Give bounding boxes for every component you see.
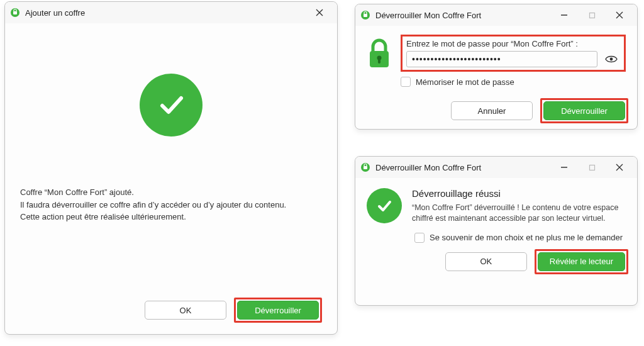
- message-text: Coffre “Mon Coffre Fort” ajouté. Il faud…: [20, 187, 322, 223]
- highlight-box: Déverrouiller: [540, 98, 628, 123]
- reveal-password-icon[interactable]: [602, 51, 620, 67]
- window-controls: [552, 159, 632, 176]
- ok-button[interactable]: OK: [145, 301, 226, 320]
- window-controls: [307, 4, 332, 21]
- dialog-title: Déverrouiller Mon Coffre Fort: [375, 11, 552, 20]
- dialog-content: Déverrouillage réussi “Mon Coffre Fort” …: [355, 178, 637, 224]
- close-icon[interactable]: [607, 159, 632, 176]
- button-row: OK Révéler le lecteur: [355, 249, 637, 282]
- msg-line: Il faudra déverrouiller ce coffre afin d…: [20, 199, 322, 211]
- close-icon[interactable]: [307, 4, 332, 21]
- highlight-box: Entrez le mot de passe pour “Mon Coffre …: [401, 35, 626, 72]
- success-heading: Déverrouillage réussi: [412, 188, 626, 199]
- msg-line: Coffre “Mon Coffre Fort” ajouté.: [20, 187, 322, 198]
- svg-rect-7: [378, 59, 380, 64]
- minimize-icon[interactable]: [552, 6, 577, 24]
- dialog-title: Déverrouiller Mon Coffre Fort: [375, 163, 552, 172]
- password-input[interactable]: ••••••••••••••••••••••••: [406, 51, 597, 67]
- highlight-box: Déverrouiller: [234, 298, 322, 323]
- msg-line: Cette action peut être réalisée ultérieu…: [20, 211, 322, 223]
- password-label: Entrez le mot de passe pour “Mon Coffre …: [406, 39, 620, 48]
- password-section: Entrez le mot de passe pour “Mon Coffre …: [401, 35, 626, 87]
- reveal-drive-button[interactable]: Révéler le lecteur: [538, 252, 625, 271]
- button-row: Annuler Déverrouiller: [355, 98, 637, 130]
- dialog-content: Entrez le mot de passe pour “Mon Coffre …: [355, 26, 637, 87]
- password-row: ••••••••••••••••••••••••: [406, 51, 620, 67]
- svg-rect-11: [589, 165, 594, 170]
- titlebar: Déverrouiller Mon Coffre Fort: [355, 157, 637, 178]
- success-body: “Mon Coffre Fort” déverrouillé ! Le cont…: [412, 203, 626, 224]
- button-row: OK Déverrouiller: [145, 298, 322, 323]
- unlock-button[interactable]: Déverrouiller: [543, 101, 625, 120]
- remember-checkbox[interactable]: [401, 77, 411, 87]
- svg-rect-3: [364, 14, 367, 17]
- app-icon: [360, 10, 370, 20]
- unlock-success-dialog: Déverrouiller Mon Coffre Fort Déverrouil…: [355, 156, 638, 306]
- window-controls: [552, 6, 632, 24]
- app-icon: [10, 8, 20, 18]
- maximize-icon[interactable]: [579, 159, 604, 176]
- app-icon: [360, 162, 370, 172]
- titlebar: Ajouter un coffre: [5, 2, 337, 23]
- titlebar: Déverrouiller Mon Coffre Fort: [355, 4, 637, 26]
- ok-button[interactable]: OK: [445, 252, 527, 271]
- svg-rect-10: [364, 166, 367, 169]
- svg-point-8: [610, 58, 613, 61]
- unlock-button[interactable]: Déverrouiller: [237, 301, 319, 320]
- dialog-body: Coffre “Mon Coffre Fort” ajouté. Il faud…: [5, 74, 337, 235]
- remember-row: Se souvenir de mon choix et ne plus me l…: [355, 229, 637, 243]
- success-check-icon: [367, 188, 402, 223]
- highlight-box: Révéler le lecteur: [535, 249, 628, 274]
- unlock-password-dialog: Déverrouiller Mon Coffre Fort Entrez le …: [355, 4, 638, 130]
- svg-rect-4: [589, 13, 594, 18]
- success-check-icon: [140, 74, 203, 137]
- minimize-icon[interactable]: [552, 159, 577, 176]
- remember-label: Se souvenir de mon choix et ne plus me l…: [430, 233, 623, 242]
- remember-label: Mémoriser le mot de passe: [416, 77, 514, 87]
- add-vault-dialog: Ajouter un coffre Coffre “Mon Coffre For…: [4, 1, 338, 335]
- close-icon[interactable]: [607, 6, 632, 24]
- dialog-title: Ajouter un coffre: [25, 8, 307, 18]
- remember-row: Mémoriser le mot de passe: [401, 77, 626, 87]
- maximize-icon[interactable]: [579, 6, 604, 24]
- lock-icon: [367, 38, 392, 71]
- text-column: Déverrouillage réussi “Mon Coffre Fort” …: [412, 188, 626, 224]
- cancel-button[interactable]: Annuler: [451, 101, 533, 120]
- svg-rect-1: [13, 11, 17, 14]
- remember-checkbox[interactable]: [414, 233, 425, 243]
